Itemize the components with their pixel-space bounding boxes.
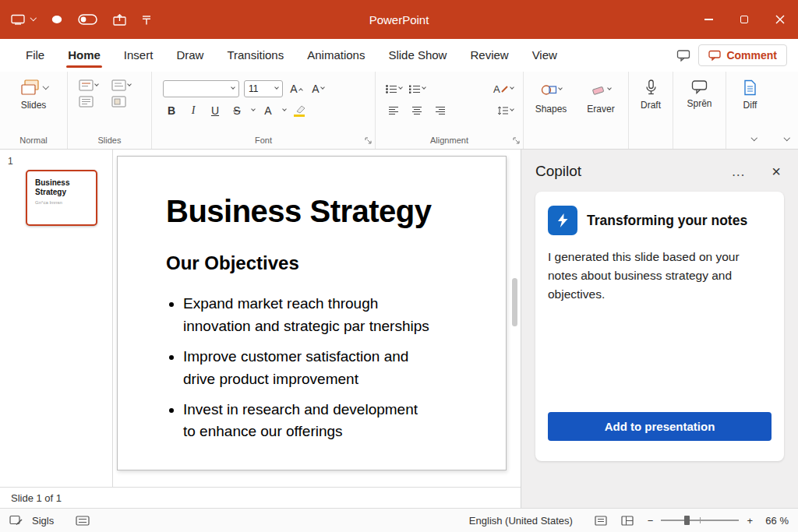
new-slide-icon <box>19 78 41 97</box>
bullet-list-button[interactable] <box>385 79 402 98</box>
font-dialog-launcher-icon[interactable] <box>365 137 372 144</box>
shrink-font-button[interactable]: A <box>309 79 327 98</box>
maximize-button[interactable] <box>726 0 762 39</box>
slide-title[interactable]: Business Strategy <box>166 194 482 229</box>
accessibility-button[interactable] <box>9 515 23 526</box>
zoom-out-button[interactable]: − <box>648 515 654 527</box>
zoom-level[interactable]: 66 % <box>761 515 789 527</box>
close-icon <box>775 15 785 24</box>
notes-toggle-button[interactable] <box>76 516 90 526</box>
chevron-down-icon <box>94 82 99 86</box>
ink-button[interactable] <box>51 15 62 24</box>
copilot-card-body: I generated this slide based on your not… <box>548 248 772 304</box>
text-effects-button[interactable]: A <box>493 79 514 98</box>
tab-animations[interactable]: Animations <box>295 39 376 72</box>
line-spacing-button[interactable] <box>496 101 514 120</box>
numbered-list-button[interactable] <box>408 79 425 98</box>
dictate-button[interactable]: Draft <box>634 79 668 149</box>
eraser-button[interactable]: Eraver <box>578 79 623 149</box>
group-label-alignment: Alignment <box>380 133 518 149</box>
chevron-down-icon <box>274 85 279 90</box>
alignment-dialog-launcher-icon[interactable] <box>513 137 520 144</box>
italic-button[interactable]: I <box>185 101 202 120</box>
toggle-button[interactable] <box>78 14 97 25</box>
tab-review[interactable]: Review <box>458 39 520 72</box>
copilot-card: Transforming your notes I generated this… <box>535 192 784 461</box>
editor-region: 1 Business Strategy Gn°ca Imnsn Business… <box>0 150 521 508</box>
add-to-presentation-button[interactable]: Add to presentation <box>548 412 772 441</box>
align-right-button[interactable] <box>432 101 449 120</box>
chevron-down-icon <box>127 82 132 86</box>
align-center-icon <box>411 106 422 115</box>
align-center-button[interactable] <box>408 101 425 120</box>
comment-bubble-icon[interactable] <box>676 49 690 62</box>
flag-icon <box>142 15 151 25</box>
slide-section-icon <box>79 96 94 107</box>
collapse-ribbon-icon[interactable] <box>783 134 789 140</box>
eraser-label: Eraver <box>587 104 614 115</box>
share-button[interactable] <box>113 14 126 26</box>
zoom-controls: − + 66 % <box>648 515 789 527</box>
grow-font-button[interactable]: A <box>288 79 305 98</box>
slide-layout-button[interactable] <box>79 79 108 91</box>
maximize-icon <box>740 16 748 23</box>
font-color-button[interactable]: A <box>260 101 277 120</box>
slide-duplicate-button[interactable] <box>111 96 141 107</box>
highlighter-button[interactable] <box>291 101 308 120</box>
slide-indicator: Slide 1 of 1 <box>11 492 62 504</box>
comment-label: Comment <box>726 49 777 62</box>
slide-section-button[interactable] <box>79 96 108 107</box>
underline-button[interactable]: U <box>207 101 224 120</box>
strikethrough-button[interactable]: S <box>228 101 245 120</box>
diff-label: Diff <box>743 100 757 111</box>
group-label-font: Font <box>157 133 370 149</box>
bold-button[interactable]: B <box>163 101 180 120</box>
tab-draw[interactable]: Draw <box>164 39 215 72</box>
slide-reset-button[interactable] <box>111 79 141 91</box>
copilot-menu-button[interactable]: … <box>728 164 748 180</box>
comment-button[interactable]: Comment <box>698 44 787 66</box>
new-slide-button[interactable]: Slides <box>19 78 48 111</box>
tab-home[interactable]: Home <box>56 39 112 72</box>
slide-bullets[interactable]: Expand market reach through innovation a… <box>166 293 482 443</box>
copilot-close-button[interactable]: × <box>768 163 784 181</box>
chevron-down-icon <box>558 86 563 90</box>
font-name-select[interactable] <box>163 80 239 97</box>
slide-thumbnail[interactable]: Business Strategy Gn°ca Imnsn <box>26 170 97 226</box>
slide-layout-icon <box>79 79 94 91</box>
tab-view[interactable]: View <box>521 39 569 72</box>
present-button[interactable] <box>11 14 36 25</box>
ribbon-collapse-controls <box>749 137 789 142</box>
tab-transitions[interactable]: Transitions <box>215 39 295 72</box>
ribbon-group-draft: Draft <box>628 72 673 149</box>
chevron-up-icon <box>298 88 303 93</box>
align-left-button[interactable] <box>385 101 402 120</box>
chevron-down-icon <box>398 85 403 90</box>
language-indicator[interactable]: English (United States) <box>469 515 573 527</box>
chevron-down-icon[interactable] <box>251 107 256 111</box>
tab-slide-show[interactable]: Slide Show <box>376 39 458 72</box>
slide-canvas[interactable]: Business Strategy Our Objectives Expand … <box>117 156 507 470</box>
editor-scrollbar[interactable] <box>512 278 517 326</box>
notes-view-icon <box>595 516 607 526</box>
spren-button[interactable]: Sprēn <box>678 79 721 149</box>
line-spacing-icon <box>497 106 509 115</box>
font-size-select[interactable]: 11 <box>244 80 283 97</box>
slide-heading[interactable]: Our Objectives <box>166 252 482 274</box>
chevron-down-icon[interactable] <box>282 107 287 111</box>
slide-sorter-view-button[interactable] <box>621 516 634 526</box>
shapes-button[interactable]: Shapes <box>528 79 574 149</box>
ribbon-group-font: 11 A A B I U S A Font <box>151 72 375 149</box>
statusbar-right: English (United States) − + 66 % <box>469 515 789 527</box>
zoom-slider-thumb[interactable] <box>684 516 690 525</box>
tab-insert[interactable]: Insert <box>112 39 165 72</box>
zoom-slider[interactable] <box>661 520 739 521</box>
close-button[interactable] <box>762 0 798 39</box>
chevron-down-icon <box>231 85 235 90</box>
minimize-button[interactable] <box>690 0 726 39</box>
flag-button[interactable] <box>142 15 151 25</box>
normal-view-button[interactable] <box>595 516 607 526</box>
accessibility-icon <box>9 515 23 526</box>
tab-file[interactable]: File <box>14 39 56 72</box>
zoom-in-button[interactable]: + <box>747 515 753 527</box>
